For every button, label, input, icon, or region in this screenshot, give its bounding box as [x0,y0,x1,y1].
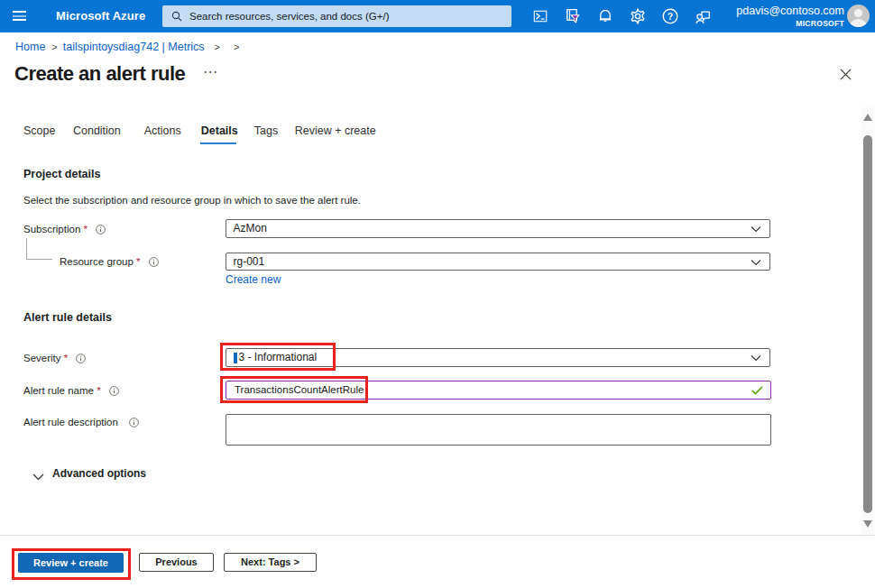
svg-text:?: ? [668,11,673,22]
